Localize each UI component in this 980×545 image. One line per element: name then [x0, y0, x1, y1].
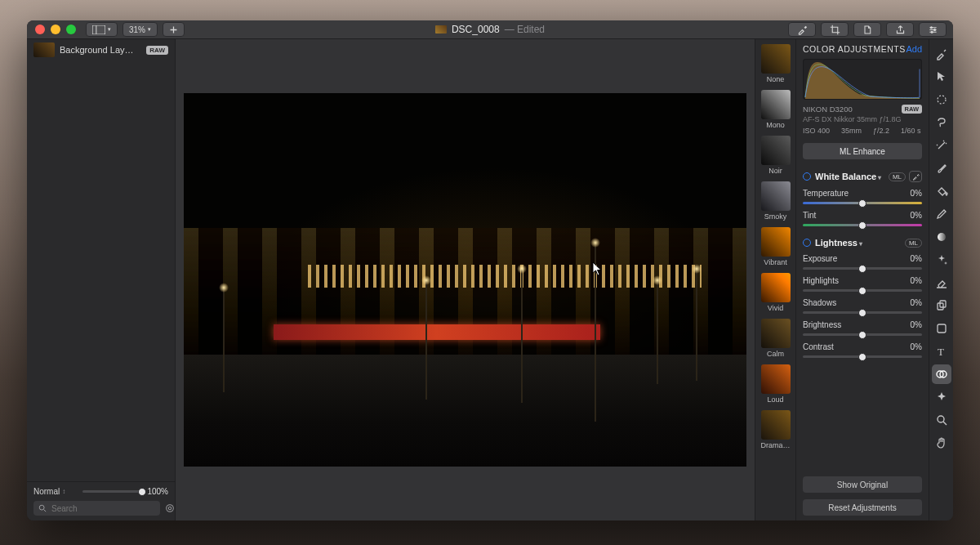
crop-button[interactable] — [821, 22, 849, 37]
svg-text:T: T — [938, 346, 944, 358]
brightness-label: Brightness — [803, 320, 841, 329]
preset-strip: None Mono Noir Smoky Vibrant Vivid Calm … — [755, 39, 795, 520]
exposure-label: Exposure — [803, 254, 837, 263]
document-icon — [435, 25, 447, 34]
adjustments-add-button[interactable]: Add — [906, 44, 922, 54]
canvas-image — [184, 93, 746, 467]
document-name: DSC_0008 — [452, 24, 500, 35]
lightness-toggle[interactable] — [803, 239, 811, 247]
white-balance-eyedropper[interactable] — [909, 171, 922, 182]
svg-line-23 — [943, 422, 947, 425]
preset-drama[interactable]: Drama… — [760, 410, 791, 449]
opacity-slider[interactable] — [82, 490, 142, 493]
share-button[interactable] — [886, 22, 914, 37]
svg-rect-18 — [938, 324, 946, 333]
opacity-knob[interactable] — [138, 488, 146, 496]
preset-mono[interactable]: Mono — [760, 90, 791, 129]
gradient-tool[interactable] — [932, 227, 951, 247]
reset-adjustments-button[interactable]: Reset Adjustments — [803, 499, 922, 516]
magic-wand-tool[interactable] — [932, 136, 951, 155]
brightness-slider[interactable] — [803, 333, 922, 336]
preset-smoky[interactable]: Smoky — [760, 181, 791, 221]
svg-point-22 — [938, 416, 944, 422]
ml-enhance-button[interactable]: ML Enhance — [803, 143, 922, 159]
highlights-slider[interactable] — [803, 289, 922, 292]
fullscreen-window-button[interactable] — [66, 25, 76, 34]
app-window: ▾ 31%▾ DSC_0008 — Edited — [27, 20, 953, 520]
blend-mode-select[interactable]: Normal — [33, 487, 78, 496]
temperature-knob[interactable] — [858, 199, 866, 208]
preset-noir[interactable]: Noir — [760, 136, 791, 175]
color-adjust-tool[interactable] — [932, 364, 951, 384]
sidebar-toggle-button[interactable]: ▾ — [86, 22, 118, 37]
search-icon — [38, 504, 47, 512]
shape-tool[interactable] — [932, 319, 951, 338]
preset-calm[interactable]: Calm — [760, 319, 791, 358]
layer-thumbnail — [33, 42, 55, 57]
temperature-slider[interactable] — [803, 202, 922, 204]
svg-point-10 — [39, 505, 44, 510]
bucket-tool[interactable] — [932, 181, 951, 201]
brightness-value: 0% — [911, 320, 922, 329]
preset-vibrant[interactable]: Vibrant — [760, 227, 791, 266]
white-balance-section: White Balance ML Temperature0% Tint0% — [803, 171, 922, 226]
marquee-tool[interactable] — [932, 90, 951, 109]
edited-label: — Edited — [505, 24, 545, 35]
eraser-tool[interactable] — [932, 273, 951, 293]
svg-point-9 — [931, 31, 933, 33]
layers-search[interactable] — [33, 501, 160, 516]
settings-button[interactable] — [919, 22, 947, 37]
text-tool[interactable]: T — [932, 342, 951, 361]
preset-loud[interactable]: Loud — [760, 364, 791, 404]
tint-slider[interactable] — [803, 224, 922, 226]
tint-value: 0% — [911, 211, 922, 220]
lasso-tool[interactable] — [932, 113, 951, 132]
layers-filter-button[interactable] — [165, 503, 175, 514]
export-button[interactable] — [853, 22, 881, 37]
highlights-value: 0% — [911, 276, 922, 285]
eyedropper-button[interactable] — [788, 22, 816, 37]
adjustments-panel: COLOR ADJUSTMENTS Add NIKON D3200 RAW AF… — [795, 39, 929, 520]
canvas[interactable] — [176, 39, 755, 520]
close-window-button[interactable] — [35, 25, 45, 34]
titlebar-right-controls — [788, 22, 953, 37]
add-layer-button[interactable] — [163, 22, 185, 37]
tint-label: Tint — [803, 211, 816, 220]
pencil-tool[interactable] — [932, 204, 951, 224]
effects-tool[interactable] — [932, 387, 951, 407]
clone-tool[interactable] — [932, 296, 951, 315]
ml-badge[interactable]: ML — [889, 172, 906, 181]
lightness-title[interactable]: Lightness — [815, 238, 862, 248]
titlebar: ▾ 31%▾ DSC_0008 — Edited — [27, 20, 953, 39]
sparkle-tool[interactable] — [932, 250, 951, 270]
preset-vivid[interactable]: Vivid — [760, 273, 791, 312]
layers-search-input[interactable] — [51, 504, 155, 513]
scene-image — [184, 93, 746, 467]
layer-row[interactable]: Background Lay… RAW — [27, 39, 175, 60]
hand-tool[interactable] — [932, 433, 951, 453]
window-controls — [27, 25, 76, 34]
white-balance-title[interactable]: White Balance — [815, 172, 881, 181]
arrow-tool[interactable] — [932, 67, 951, 87]
exposure-value: 0% — [911, 254, 922, 263]
titlebar-left-controls: ▾ 31%▾ — [86, 22, 185, 37]
blend-opacity-row: Normal 100% — [33, 487, 168, 496]
preset-none[interactable]: None — [760, 44, 791, 83]
zoom-tool[interactable] — [932, 410, 951, 430]
svg-point-8 — [933, 29, 935, 30]
shadows-label: Shadows — [803, 298, 836, 307]
opacity-value: 100% — [147, 487, 168, 496]
svg-point-14 — [938, 96, 946, 104]
pointer-color-tool[interactable] — [932, 44, 951, 64]
camera-model: NIKON D3200 RAW — [803, 105, 922, 114]
shadows-slider[interactable] — [803, 311, 922, 314]
zoom-dropdown[interactable]: 31%▾ — [122, 22, 158, 37]
ml-badge-lightness[interactable]: ML — [905, 239, 922, 248]
white-balance-toggle[interactable] — [803, 172, 811, 181]
minimize-window-button[interactable] — [51, 25, 60, 34]
brush-tool[interactable] — [932, 159, 951, 178]
contrast-slider[interactable] — [803, 355, 922, 358]
tint-knob[interactable] — [858, 221, 866, 230]
exposure-slider[interactable] — [803, 267, 922, 270]
show-original-button[interactable]: Show Original — [803, 476, 922, 493]
